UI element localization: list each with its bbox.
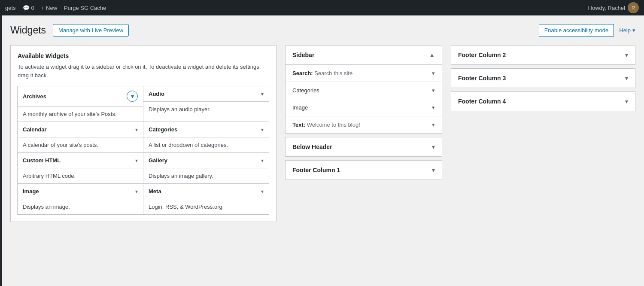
footer-column-4-area: Footer Column 4 ▾: [451, 91, 635, 111]
comment-bubble-icon: 💬: [23, 5, 30, 11]
widget-archives-name: Archives: [23, 93, 46, 100]
sidebar-item-image[interactable]: Image ▾: [286, 99, 442, 116]
footer-columns-panel: Footer Column 2 ▾ Footer Column 3 ▾ Foot…: [451, 45, 635, 180]
widget-audio-header[interactable]: Audio ▾: [143, 86, 269, 102]
widget-custom-html: Custom HTML ▾ Arbitrary HTML code.: [17, 152, 143, 184]
widget-calendar-header[interactable]: Calendar ▾: [18, 122, 143, 137]
widget-archives-header[interactable]: Archives ▾: [18, 86, 143, 106]
comments-count: 0: [31, 5, 34, 11]
chevron-down-icon: ▾: [625, 52, 628, 58]
chevron-down-icon: ▾: [625, 75, 628, 82]
sidebar-area-title: Sidebar: [292, 52, 314, 58]
sidebar-widget-area: Sidebar ▲ Search: Search this site ▾ Cat…: [285, 45, 442, 134]
footer-column-1-header[interactable]: Footer Column 1 ▾: [286, 161, 442, 180]
below-header-area-header[interactable]: Below Header ▾: [286, 137, 442, 156]
site-name[interactable]: gets: [5, 5, 16, 11]
widget-categories-header[interactable]: Categories ▾: [143, 122, 269, 137]
widget-categories: Categories ▾ A list or dropdown of categ…: [143, 122, 269, 153]
chevron-down-icon: ▾: [261, 91, 264, 97]
widget-gallery-desc: Displays an image gallery.: [143, 168, 269, 183]
manage-preview-button[interactable]: Manage with Live Preview: [53, 24, 129, 37]
chevron-down-icon: ▾: [432, 104, 435, 111]
widget-gallery: Gallery ▾ Displays an image gallery.: [143, 152, 269, 184]
footer-column-3-area: Footer Column 3 ▾: [451, 68, 635, 88]
sidebar-area-items: Search: Search this site ▾ Categories ▾ …: [286, 65, 442, 133]
chevron-down-icon: ▾: [632, 27, 635, 33]
chevron-down-icon: ▾: [135, 127, 138, 133]
footer-column-4-header[interactable]: Footer Column 4 ▾: [451, 92, 635, 111]
widget-custom-html-name: Custom HTML: [23, 157, 61, 164]
footer-column-1-title: Footer Column 1: [292, 167, 340, 173]
user-avatar: R: [628, 2, 639, 13]
widget-image: Image ▾ Displays an image.: [17, 183, 143, 215]
help-button[interactable]: Help ▾: [619, 27, 635, 33]
widget-meta-header[interactable]: Meta ▾: [143, 184, 269, 199]
chevron-up-icon: ▲: [429, 52, 435, 58]
chevron-down-icon: ▾: [432, 167, 435, 173]
widget-gallery-name: Gallery: [149, 157, 167, 164]
comments-link[interactable]: 💬 0: [23, 5, 34, 11]
available-widgets-title: Available Widgets: [18, 52, 269, 59]
chevron-down-icon: ▾: [432, 143, 435, 150]
footer-column-3-header[interactable]: Footer Column 3 ▾: [451, 69, 635, 88]
widget-audio-desc: Displays an audio player.: [143, 102, 269, 117]
howdy-text: Howdy, Rachel R: [588, 2, 639, 13]
available-widgets-panel: Available Widgets To activate a widget d…: [10, 45, 276, 222]
widget-audio-name: Audio: [149, 91, 164, 97]
page-title: Widgets: [10, 24, 46, 36]
widget-calendar-desc: A calendar of your site's posts.: [18, 137, 143, 152]
widget-image-header[interactable]: Image ▾: [18, 184, 143, 199]
categories-widget-label: Categories: [292, 87, 319, 94]
image-widget-label: Image: [292, 104, 308, 111]
widget-categories-desc: A list or dropdown of categories.: [143, 137, 269, 152]
sidebar-item-categories[interactable]: Categories ▾: [286, 82, 442, 99]
sidebar-areas-panel: Sidebar ▲ Search: Search this site ▾ Cat…: [285, 45, 442, 180]
chevron-down-icon: ▾: [432, 122, 435, 128]
chevron-down-icon: ▾: [432, 87, 435, 94]
widget-archives-desc: A monthly archive of your site's Posts.: [18, 106, 143, 122]
widgets-body: Available Widgets To activate a widget d…: [10, 45, 635, 222]
widget-archives: Archives ▾ A monthly archive of your sit…: [17, 86, 143, 122]
chevron-down-icon: ▾: [135, 189, 138, 195]
sidebar-item-search[interactable]: Search: Search this site ▾: [286, 65, 442, 82]
footer-column-4-title: Footer Column 4: [458, 98, 506, 105]
widget-categories-name: Categories: [149, 126, 177, 133]
widget-custom-html-header[interactable]: Custom HTML ▾: [18, 153, 143, 168]
sidebar-area-header[interactable]: Sidebar ▲: [286, 46, 442, 65]
chevron-down-icon: ▾: [261, 127, 264, 133]
footer-column-2-title: Footer Column 2: [458, 52, 506, 58]
widget-meta: Meta ▾ Login, RSS, & WordPress.org: [143, 183, 269, 215]
chevron-down-icon: ▾: [261, 158, 264, 164]
widget-image-desc: Displays an image.: [18, 199, 143, 214]
footer-column-2-area: Footer Column 2 ▾: [451, 45, 635, 65]
archives-expand-button[interactable]: ▾: [127, 91, 138, 102]
widget-meta-desc: Login, RSS, & WordPress.org: [143, 199, 269, 214]
below-header-area-title: Below Header: [292, 143, 332, 150]
text-widget-label: Text: Welcome to this blog!: [292, 122, 360, 128]
widget-calendar-name: Calendar: [23, 126, 47, 133]
right-panel: Sidebar ▲ Search: Search this site ▾ Cat…: [285, 45, 635, 180]
chevron-down-icon: ▾: [135, 158, 138, 164]
admin-bar: gets 💬 0 + New Purge SG Cache Howdy, Rac…: [0, 0, 644, 15]
widget-custom-html-desc: Arbitrary HTML code.: [18, 168, 143, 183]
widget-gallery-header[interactable]: Gallery ▾: [143, 153, 269, 168]
below-header-widget-area: Below Header ▾: [285, 137, 442, 157]
chevron-down-icon: ▾: [625, 98, 628, 105]
widget-meta-name: Meta: [149, 188, 161, 195]
new-menu[interactable]: + New: [41, 5, 57, 11]
purge-cache[interactable]: Purge SG Cache: [64, 5, 106, 11]
footer-column-2-header[interactable]: Footer Column 2 ▾: [451, 46, 635, 64]
chevron-down-icon: ▾: [261, 189, 264, 195]
search-widget-label: Search: Search this site: [292, 70, 352, 76]
accessibility-mode-button[interactable]: Enable accessibility mode: [539, 24, 614, 37]
chevron-down-icon: ▾: [432, 70, 435, 76]
sidebar-item-text[interactable]: Text: Welcome to this blog! ▾: [286, 116, 442, 133]
widget-grid: Archives ▾ A monthly archive of your sit…: [18, 86, 269, 215]
footer-column-3-title: Footer Column 3: [458, 75, 506, 82]
footer-column-1-widget-area: Footer Column 1 ▾: [285, 160, 442, 180]
widget-calendar: Calendar ▾ A calendar of your site's pos…: [17, 122, 143, 153]
available-widgets-description: To activate a widget drag it to a sideba…: [18, 63, 269, 79]
widget-audio: Audio ▾ Displays an audio player.: [143, 86, 269, 122]
main-content: Widgets Manage with Live Preview Enable …: [2, 15, 644, 286]
page-header: Widgets Manage with Live Preview Enable …: [10, 24, 635, 37]
